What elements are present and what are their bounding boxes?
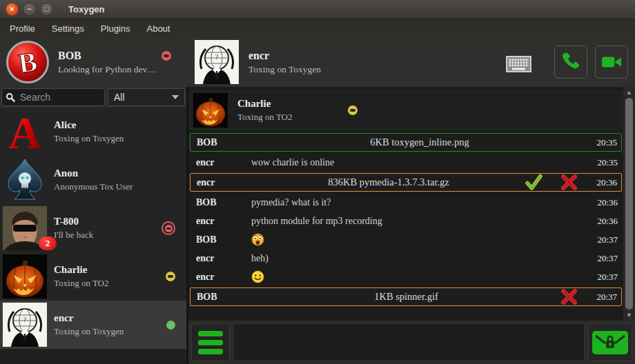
jack-o-lantern-icon (193, 93, 228, 128)
window-minimize-button[interactable]: − (23, 3, 36, 16)
bob-avatar-icon: B (6, 40, 50, 84)
anonymous-mask-icon: ? (3, 303, 47, 347)
text-message: encr heh) 20:37 (190, 249, 622, 267)
file-name: 6KB toxygen_inline.png (252, 136, 587, 148)
hamburger-menu-icon (198, 331, 223, 336)
chevron-down-icon (172, 95, 179, 99)
window-maximize-button[interactable]: □ (40, 3, 53, 16)
file-name: 1KB spinner.gif (252, 291, 560, 303)
message-text: python module for mp3 recording (251, 216, 588, 227)
main-area: All A (0, 87, 635, 364)
video-camera-icon (600, 51, 623, 73)
message-time: 20:36 (587, 177, 621, 188)
search-input[interactable] (19, 91, 101, 103)
decline-x-icon[interactable] (560, 174, 578, 191)
contact-status-message: Toxing on Toxygen (54, 326, 166, 337)
message-input[interactable] (233, 323, 585, 361)
chat-contact-avatar (193, 93, 228, 128)
contacts-panel: All A (0, 87, 186, 364)
search-icon (6, 92, 15, 103)
self-status-busy-icon[interactable] (162, 51, 171, 61)
accept-check-icon[interactable] (525, 174, 543, 191)
text-message: BOB pymedia? what is it? 20:36 (190, 193, 622, 212)
text-message: encr wow charlie is online 20:35 (190, 153, 622, 172)
svg-text:A: A (8, 110, 41, 154)
encrypted-send-icon (592, 331, 628, 354)
contact-status-message: I'll be back (54, 230, 162, 241)
message-time: 20:37 (588, 234, 621, 245)
away-status-icon (166, 272, 175, 281)
alice-avatar: A (3, 110, 47, 154)
chat-scrollbar[interactable]: ▲ ▼ (623, 87, 635, 321)
red-letter-a-icon: A (3, 110, 47, 154)
message-time: 20:37 (588, 272, 621, 283)
contact-status-message: Toxing on TO2 (54, 278, 166, 289)
message-sender: encr (190, 216, 251, 227)
header: B BOB Looking for Python dev… (0, 37, 635, 87)
contact-filter-dropdown[interactable]: All (108, 88, 185, 106)
contact-name: encr (54, 312, 166, 324)
self-name: BOB (58, 50, 81, 62)
keyboard-icon[interactable] (506, 56, 531, 75)
message-sender: encr (191, 177, 252, 188)
scroll-down-arrow-icon[interactable]: ▼ (626, 311, 632, 319)
send-button[interactable] (588, 323, 632, 361)
online-status-icon (166, 321, 175, 330)
message-sender: BOB (190, 234, 251, 245)
window-title: Toxygen (68, 4, 105, 14)
contact-name: Charlie (54, 264, 166, 276)
menu-plugins[interactable]: Plugins (92, 21, 139, 37)
message-time: 20:36 (588, 197, 621, 208)
shocked-face-emoji-icon (251, 233, 264, 246)
menu-settings[interactable]: Settings (43, 21, 92, 37)
menu-bar: Profile Settings Plugins About (0, 19, 635, 37)
menu-about[interactable]: About (138, 21, 178, 37)
contact-list: A Alice Toxing on Toxygen (0, 108, 186, 364)
contact-name: Alice (54, 119, 186, 131)
skull-spade-icon (3, 158, 47, 202)
contact-item-charlie[interactable]: Charlie Toxing on TO2 (0, 252, 186, 301)
contact-item-anon[interactable]: Anon Anonymous Tox User (0, 156, 186, 204)
jack-o-lantern-icon (3, 254, 47, 299)
search-box[interactable] (1, 88, 105, 106)
anon-avatar (3, 158, 47, 202)
self-status-message: Looking for Python dev… (58, 64, 186, 75)
audio-call-button[interactable] (554, 46, 587, 79)
message-sender: BOB (191, 137, 252, 148)
menu-profile[interactable]: Profile (1, 21, 43, 37)
contact-status-message: Toxing on Toxygen (54, 133, 186, 144)
contact-item-t800[interactable]: 2 T-800 I'll be back (0, 204, 186, 252)
t800-avatar: 2 (3, 206, 47, 250)
file-transfer-message[interactable]: encr 836KB pymedia-1.3.7.3.tar.gz (190, 173, 622, 192)
busy-status-icon (162, 221, 175, 235)
toxygen-window: × − □ Toxygen Profile Settings Plugins A… (0, 0, 635, 364)
decline-x-icon[interactable] (560, 288, 578, 305)
phone-icon (560, 51, 582, 73)
self-profile[interactable]: B BOB Looking for Python dev… (0, 40, 186, 84)
chat-contact-name: Charlie (237, 98, 348, 110)
scroll-up-arrow-icon[interactable]: ▲ (626, 88, 632, 97)
message-text: heh) (251, 253, 588, 264)
window-close-button[interactable]: × (6, 3, 19, 16)
hamburger-menu-button[interactable] (191, 323, 230, 361)
file-transfer-message[interactable]: BOB 6KB toxygen_inline.png 20:35 (190, 133, 622, 152)
active-contact-header: ? encr Toxing on Toxygen (195, 40, 321, 84)
active-contact-name: encr (248, 50, 321, 62)
message-time: 20:37 (588, 253, 621, 264)
message-history: Charlie Toxing on TO2 BOB 6KB toxygen_in… (188, 87, 623, 321)
file-transfer-message[interactable]: BOB 1KB spinner.gif 20:37 (190, 287, 622, 306)
contact-name: T-800 (54, 216, 162, 228)
svg-text:?: ? (23, 315, 27, 323)
message-text: pymedia? what is it? (251, 197, 588, 208)
emoji-message: BOB (190, 230, 622, 249)
anonymous-mask-icon: ? (195, 40, 239, 84)
contact-item-encr[interactable]: ? encr Toxing on Toxygen (0, 301, 186, 349)
chat-contact-card[interactable]: Charlie Toxing on TO2 (190, 91, 622, 130)
search-row: All (0, 87, 186, 108)
self-avatar[interactable]: B (6, 40, 50, 84)
contact-item-alice[interactable]: A Alice Toxing on Toxygen (0, 108, 186, 156)
video-call-button[interactable] (595, 46, 628, 79)
chat-contact-status-message: Toxing on TO2 (237, 112, 348, 123)
message-time: 20:37 (587, 292, 621, 303)
scrollbar-thumb[interactable] (625, 98, 633, 310)
